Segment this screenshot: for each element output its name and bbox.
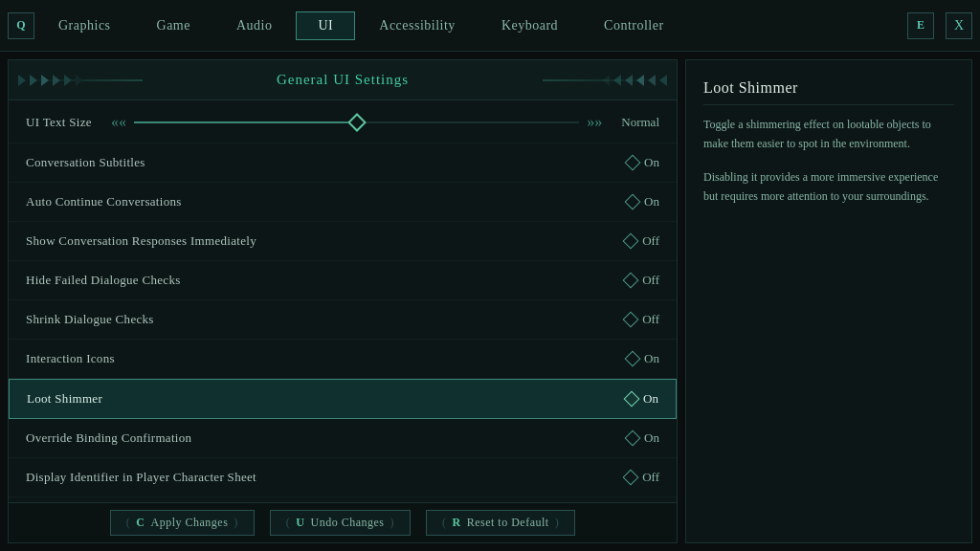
setting-row-hide-failed-dialogue[interactable]: Hide Failed Dialogue Checks Off — [9, 261, 677, 300]
tab-accessibility[interactable]: Accessibility — [357, 11, 478, 40]
right-panel: Loot Shimmer Toggle a shimmering effect … — [685, 59, 972, 543]
setting-value-ui-text-size: Normal — [621, 115, 659, 130]
apply-changes-button[interactable]: ( C Apply Changes ) — [110, 510, 255, 536]
left-panel: General UI Settings UI Text Size «« »» N… — [8, 59, 678, 543]
panel-title: General UI Settings — [277, 72, 409, 88]
setting-row-auto-continue[interactable]: Auto Continue Conversations On — [9, 183, 677, 222]
top-nav: Q Graphics Game Audio UI Accessibility K… — [0, 0, 980, 52]
diamond-icon — [623, 470, 639, 486]
setting-value-conversation-subtitles: On — [627, 155, 659, 170]
setting-label-auto-continue: Auto Continue Conversations — [26, 194, 182, 209]
undo-key: U — [296, 516, 304, 530]
diamond-icon — [623, 233, 639, 250]
setting-row-ui-text-size[interactable]: UI Text Size «« »» Normal — [9, 102, 677, 143]
bottom-bar: ( C Apply Changes ) ( U Undo Changes ) (… — [9, 502, 677, 542]
settings-list: UI Text Size «« »» Normal Conversation S… — [9, 100, 677, 502]
tab-graphics[interactable]: Graphics — [36, 11, 133, 40]
setting-label-show-conversation-responses: Show Conversation Responses Immediately — [26, 233, 256, 249]
setting-row-shrink-dialogue[interactable]: Shrink Dialogue Checks Off — [9, 300, 677, 340]
diamond-icon — [625, 430, 641, 447]
setting-row-loot-shimmer[interactable]: Loot Shimmer On — [9, 379, 677, 419]
close-button[interactable]: X — [946, 12, 972, 39]
diamond-icon — [623, 273, 639, 289]
slider-control-ui-text-size[interactable]: «« »» — [111, 114, 602, 131]
reset-to-default-button[interactable]: ( R Reset to Default ) — [426, 510, 575, 536]
tab-keyboard[interactable]: Keyboard — [479, 11, 580, 40]
tab-game[interactable]: Game — [135, 11, 212, 40]
setting-row-conversation-subtitles[interactable]: Conversation Subtitles On — [9, 143, 677, 183]
tab-controller[interactable]: Controller — [582, 11, 686, 40]
slider-left-arrow[interactable]: «« — [111, 114, 126, 131]
right-key-badge: E — [907, 12, 934, 39]
detail-paragraph-1: Toggle a shimmering effect on lootable o… — [703, 115, 954, 154]
apply-key: C — [136, 516, 145, 530]
apply-label: Apply Changes — [151, 516, 229, 530]
setting-label-shrink-dialogue: Shrink Dialogue Checks — [26, 312, 154, 327]
setting-value-shrink-dialogue: Off — [625, 312, 659, 327]
slider-right-arrow[interactable]: »» — [587, 114, 602, 131]
slider-fill — [134, 121, 357, 123]
setting-value-hide-failed-dialogue: Off — [625, 273, 659, 288]
setting-label-ui-text-size: UI Text Size — [26, 115, 92, 130]
left-key-badge: Q — [8, 12, 34, 39]
setting-label-display-identifier: Display Identifier in Player Character S… — [26, 470, 256, 485]
slider-thumb[interactable] — [347, 113, 367, 132]
detail-title: Loot Shimmer — [703, 79, 954, 105]
setting-value-override-binding: On — [627, 430, 659, 446]
setting-value-show-conversation-responses: Off — [625, 233, 659, 249]
setting-row-display-identifier[interactable]: Display Identifier in Player Character S… — [9, 458, 677, 497]
setting-value-loot-shimmer: On — [626, 391, 658, 407]
setting-value-display-identifier: Off — [625, 470, 659, 485]
reset-label: Reset to Default — [467, 516, 549, 530]
setting-label-hide-failed-dialogue: Hide Failed Dialogue Checks — [26, 273, 181, 288]
panel-header: General UI Settings — [9, 60, 677, 100]
undo-changes-button[interactable]: ( U Undo Changes ) — [270, 510, 411, 536]
diamond-icon — [625, 194, 641, 210]
setting-label-override-binding: Override Binding Confirmation — [26, 430, 191, 446]
diamond-icon — [625, 155, 641, 171]
reset-key: R — [453, 516, 461, 530]
setting-label-interaction-icons: Interaction Icons — [26, 351, 115, 366]
setting-value-interaction-icons: On — [627, 351, 659, 366]
slider-track[interactable] — [134, 121, 579, 123]
setting-row-interaction-icons[interactable]: Interaction Icons On — [9, 340, 677, 379]
setting-label-loot-shimmer: Loot Shimmer — [27, 391, 102, 407]
setting-row-show-conversation-responses[interactable]: Show Conversation Responses Immediately … — [9, 222, 677, 261]
tab-ui[interactable]: UI — [296, 11, 355, 40]
detail-paragraph-2: Disabling it provides a more immersive e… — [703, 167, 954, 207]
main-content: General UI Settings UI Text Size «« »» N… — [0, 52, 980, 551]
setting-label-conversation-subtitles: Conversation Subtitles — [26, 155, 145, 170]
undo-label: Undo Changes — [311, 516, 385, 530]
diamond-icon — [623, 312, 639, 328]
diamond-icon — [625, 351, 641, 367]
setting-value-auto-continue: On — [627, 194, 659, 209]
diamond-icon-active — [624, 391, 640, 408]
setting-row-override-binding[interactable]: Override Binding Confirmation On — [9, 419, 677, 458]
tab-audio[interactable]: Audio — [214, 11, 295, 40]
